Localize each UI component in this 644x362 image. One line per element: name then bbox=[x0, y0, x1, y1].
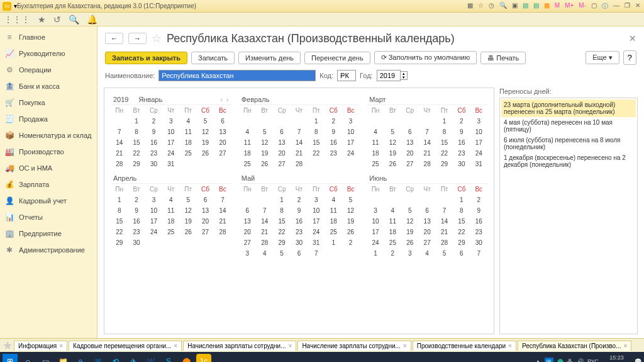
year-input[interactable] bbox=[377, 70, 401, 81]
day-cell[interactable]: 2 bbox=[470, 195, 487, 205]
day-cell[interactable]: 4 bbox=[325, 195, 342, 205]
day-cell[interactable]: 1 bbox=[128, 116, 145, 127]
day-cell[interactable]: 13 bbox=[197, 205, 214, 216]
day-cell[interactable]: 28 bbox=[291, 159, 308, 169]
day-cell[interactable]: 10 bbox=[145, 205, 162, 216]
day-cell[interactable]: 7 bbox=[291, 127, 308, 137]
sidebar-item[interactable]: ✱Администрирование bbox=[0, 242, 97, 258]
day-cell[interactable]: 13 bbox=[418, 216, 435, 227]
sys-icon[interactable]: M bbox=[553, 2, 561, 11]
day-cell[interactable]: 6 bbox=[291, 248, 308, 259]
sys-icon[interactable]: M- bbox=[577, 2, 587, 11]
day-cell[interactable]: 5 bbox=[197, 116, 214, 127]
sidebar-item[interactable]: 🏭Производство bbox=[0, 144, 97, 160]
next-month-icon[interactable]: › bbox=[226, 96, 229, 103]
day-cell[interactable]: 7 bbox=[214, 195, 231, 205]
change-day-button[interactable]: Изменить день bbox=[238, 52, 301, 64]
day-cell[interactable]: 6 bbox=[239, 205, 256, 216]
day-cell[interactable]: 4 bbox=[256, 248, 273, 259]
day-cell[interactable]: 8 bbox=[128, 127, 145, 137]
day-cell[interactable]: 13 bbox=[214, 127, 231, 137]
day-cell[interactable]: 29 bbox=[111, 237, 128, 248]
day-cell[interactable]: 16 bbox=[470, 216, 487, 227]
day-cell[interactable]: 13 bbox=[239, 216, 256, 227]
day-cell[interactable]: 26 bbox=[384, 159, 401, 169]
day-cell[interactable]: 3 bbox=[401, 248, 418, 259]
day-cell[interactable]: 11 bbox=[325, 205, 342, 216]
day-cell[interactable]: 18 bbox=[162, 216, 179, 227]
day-cell[interactable]: 23 bbox=[291, 227, 308, 237]
tab[interactable]: Начисление зарплаты сотрудни... × bbox=[297, 341, 411, 351]
day-cell[interactable]: 30 bbox=[128, 237, 145, 248]
day-cell[interactable]: 25 bbox=[367, 159, 384, 169]
day-cell[interactable]: 25 bbox=[239, 159, 256, 169]
sidebar-item[interactable]: 🚚ОС и НМА bbox=[0, 160, 97, 176]
day-cell[interactable]: 17 bbox=[145, 216, 162, 227]
tab-close-icon[interactable]: × bbox=[174, 342, 177, 349]
browser-icon[interactable]: ⬤ bbox=[179, 354, 194, 362]
day-cell[interactable]: 17 bbox=[470, 137, 487, 148]
day-cell[interactable]: 3 bbox=[162, 116, 179, 127]
day-cell[interactable]: 10 bbox=[162, 127, 179, 137]
tab-close-icon[interactable]: × bbox=[623, 342, 627, 349]
language-indicator[interactable]: РУС bbox=[587, 358, 599, 362]
day-cell[interactable]: 16 bbox=[291, 216, 308, 227]
day-cell[interactable]: 8 bbox=[111, 205, 128, 216]
day-cell[interactable]: 24 bbox=[308, 227, 325, 237]
day-cell[interactable]: 26 bbox=[342, 227, 359, 237]
day-cell[interactable]: 6 bbox=[214, 116, 231, 127]
taskview-icon[interactable]: ▭ bbox=[38, 354, 53, 362]
favorite-toggle[interactable]: ☆ bbox=[152, 31, 162, 45]
notification-tray-icon[interactable]: 💬 bbox=[635, 358, 641, 362]
day-cell[interactable]: 14 bbox=[256, 216, 273, 227]
day-cell[interactable]: 30 bbox=[453, 159, 470, 169]
sidebar-item[interactable]: 🛒Покупка bbox=[0, 94, 97, 111]
day-cell[interactable]: 23 bbox=[128, 227, 145, 237]
notifications-icon[interactable]: 🔔 bbox=[87, 14, 97, 25]
day-cell[interactable]: 19 bbox=[197, 137, 214, 148]
search-icon[interactable]: ○ bbox=[20, 354, 35, 362]
more-button[interactable]: Еще ▾ bbox=[586, 51, 619, 64]
minimize-icon[interactable]: — bbox=[612, 2, 621, 11]
day-cell[interactable]: 14 bbox=[214, 205, 231, 216]
day-cell[interactable]: 6 bbox=[197, 195, 214, 205]
start-icon[interactable]: ⊞ bbox=[3, 354, 18, 362]
day-cell[interactable]: 8 bbox=[273, 205, 290, 216]
favorite-icon[interactable]: ★ bbox=[38, 14, 46, 25]
outlook-icon[interactable]: ✉ bbox=[91, 354, 106, 362]
edge-icon[interactable]: e bbox=[73, 354, 88, 362]
sys-icon[interactable]: ☆ bbox=[477, 2, 485, 11]
day-cell[interactable]: 17 bbox=[367, 227, 384, 237]
day-cell[interactable]: 21 bbox=[214, 216, 231, 227]
tab[interactable]: Информация × bbox=[14, 341, 67, 351]
transfer-item[interactable]: 1 декабря (воскресенье) перенесено на 2 … bbox=[501, 152, 636, 170]
sidebar-item[interactable]: 🏢Предприятие bbox=[0, 225, 97, 242]
day-cell[interactable]: 11 bbox=[384, 216, 401, 227]
day-cell[interactable]: 5 bbox=[342, 195, 359, 205]
sys-icon[interactable]: ▦ bbox=[466, 2, 474, 11]
day-cell[interactable]: 24 bbox=[162, 148, 179, 159]
day-cell[interactable]: 13 bbox=[401, 137, 418, 148]
help-button[interactable]: ? bbox=[623, 50, 636, 65]
day-cell[interactable]: 7 bbox=[418, 127, 435, 137]
apps-icon[interactable]: ⋮⋮⋮ bbox=[4, 14, 30, 25]
transfer-item[interactable]: 23 марта (дополнительный выходной) перен… bbox=[501, 99, 636, 117]
sidebar-item[interactable]: 📈Руководителю bbox=[0, 45, 97, 62]
day-cell[interactable]: 6 bbox=[273, 127, 290, 137]
day-cell[interactable]: 19 bbox=[256, 148, 273, 159]
day-cell[interactable]: 1 bbox=[453, 195, 470, 205]
day-cell[interactable]: 21 bbox=[418, 148, 435, 159]
day-cell[interactable]: 28 bbox=[256, 237, 273, 248]
day-cell[interactable]: 8 bbox=[436, 127, 453, 137]
day-cell[interactable]: 12 bbox=[197, 127, 214, 137]
day-cell[interactable]: 18 bbox=[180, 137, 197, 148]
day-cell[interactable]: 27 bbox=[418, 237, 435, 248]
day-cell[interactable]: 2 bbox=[145, 116, 162, 127]
day-cell[interactable]: 10 bbox=[308, 205, 325, 216]
day-cell[interactable]: 6 bbox=[418, 205, 435, 216]
sys-icon[interactable]: ◷ bbox=[487, 2, 496, 11]
day-cell[interactable]: 15 bbox=[308, 137, 325, 148]
day-cell[interactable]: 24 bbox=[342, 148, 359, 159]
day-cell[interactable]: 15 bbox=[436, 137, 453, 148]
day-cell[interactable]: 13 bbox=[273, 137, 290, 148]
